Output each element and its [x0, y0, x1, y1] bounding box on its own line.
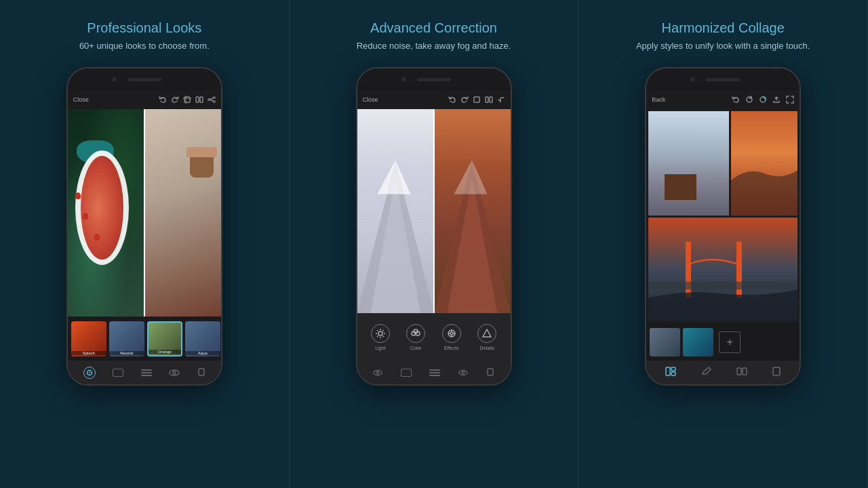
food-bg-right — [144, 109, 221, 317]
thumb-splash[interactable]: Splash — [71, 321, 106, 357]
svg-rect-56 — [737, 368, 741, 375]
add-photo-button[interactable]: + — [719, 331, 741, 353]
undo-icon[interactable] — [159, 96, 167, 104]
nav-looks-icon[interactable] — [83, 367, 96, 379]
effect-effects[interactable]: Effects — [442, 324, 461, 350]
nav-phone-icon[interactable] — [197, 367, 205, 379]
phone2-screen: Close — [357, 90, 511, 384]
collage-row-top — [648, 111, 797, 216]
redo-icon[interactable] — [171, 96, 179, 104]
svg-rect-13 — [474, 97, 479, 102]
eye-svg — [169, 369, 180, 376]
svg-marker-21 — [454, 160, 487, 194]
effect-color[interactable]: Color — [406, 324, 425, 350]
light-svg — [375, 328, 386, 339]
panel3-title: Harmonized Collage — [662, 20, 785, 36]
mountain-image — [357, 109, 511, 313]
svg-line-28 — [382, 336, 384, 337]
nav-adjust-icon[interactable] — [141, 369, 152, 376]
effects-svg — [446, 328, 457, 339]
effect-details[interactable]: Details — [477, 324, 496, 350]
crop-icon-2[interactable] — [473, 96, 481, 104]
undo-icon-2[interactable] — [448, 96, 456, 104]
coffee-cup — [190, 150, 214, 178]
svg-rect-12 — [199, 369, 204, 375]
svg-rect-53 — [666, 367, 670, 375]
slider-3 — [141, 375, 152, 376]
sunset-image — [731, 111, 798, 216]
nav-eye-icon[interactable] — [169, 367, 180, 379]
nav-edit-icon[interactable] — [701, 366, 712, 380]
split-image — [68, 109, 221, 317]
camera-dot-3 — [690, 77, 695, 82]
redo-icon-2[interactable] — [460, 96, 469, 104]
upload-icon[interactable] — [772, 96, 781, 104]
share-icon-2[interactable] — [497, 96, 505, 104]
color-svg — [410, 328, 421, 339]
cthumb-2[interactable] — [683, 328, 713, 357]
nav-phone-icon-2[interactable] — [486, 367, 494, 379]
phone1-top — [68, 68, 221, 90]
svg-rect-58 — [773, 367, 780, 375]
phone-nav-svg-3 — [772, 367, 781, 376]
slider-1 — [141, 369, 152, 371]
nav-compare-icon-3[interactable] — [736, 367, 747, 379]
effect-light[interactable]: Light — [371, 324, 390, 350]
camera-dot-2 — [401, 77, 406, 82]
light-icon — [371, 324, 390, 343]
svg-rect-0 — [184, 97, 190, 102]
cthumb-1[interactable] — [650, 328, 680, 357]
compare-icon-2[interactable] — [485, 96, 493, 104]
thumb-splash-label: Splash — [71, 351, 106, 355]
nav-eye-icon-3[interactable] — [458, 367, 468, 379]
svg-line-27 — [377, 330, 378, 331]
sunset-svg — [731, 111, 798, 216]
svg-point-6 — [213, 101, 215, 103]
svg-rect-52 — [648, 281, 797, 289]
nav-collage-icon[interactable] — [665, 367, 676, 379]
panel1-subtitle: 60+ unique looks to choose from. — [79, 40, 210, 52]
collage-cell-snow[interactable] — [648, 111, 728, 216]
nav-phone-icon-3[interactable] — [772, 367, 781, 379]
compare-icon[interactable] — [195, 96, 203, 104]
eye-svg-2 — [373, 369, 382, 376]
eye-svg-3 — [458, 369, 468, 376]
thumbnail-strip: Splash Neutral Orange Aqua — [68, 317, 221, 361]
nav-eye-icon-2[interactable] — [373, 367, 382, 379]
nav-adjust-icon-2[interactable] — [429, 369, 440, 376]
photo-left — [68, 109, 144, 317]
undo-icon-3[interactable] — [732, 96, 740, 104]
phone1: Close — [66, 67, 222, 386]
svg-marker-18 — [377, 160, 410, 194]
nav-crop-icon[interactable] — [113, 369, 123, 377]
panel1-title: Professional Looks — [87, 20, 201, 36]
svg-rect-57 — [743, 368, 747, 375]
speaker-3 — [706, 78, 740, 81]
thumb-neutral[interactable]: Neutral — [109, 321, 144, 357]
thumb-orange[interactable]: Orange — [147, 321, 182, 357]
expand-icon[interactable] — [786, 96, 794, 104]
close-label[interactable]: Close — [73, 96, 89, 103]
color-circle-icon[interactable] — [759, 96, 767, 104]
close-label-2[interactable]: Close — [363, 96, 378, 103]
refresh-icon[interactable] — [745, 96, 753, 104]
svg-point-35 — [450, 332, 453, 335]
thumb-aqua[interactable]: Aqua — [185, 321, 220, 357]
svg-rect-45 — [488, 369, 493, 375]
svg-marker-40 — [483, 329, 491, 337]
details-svg — [481, 328, 492, 339]
nav-crop-icon-2[interactable] — [401, 369, 412, 377]
svg-rect-14 — [486, 97, 488, 102]
phone2-bottom-nav — [357, 361, 511, 384]
panel2-subtitle: Reduce noise, take away fog and haze. — [357, 40, 511, 52]
collage-cell-sunset[interactable] — [731, 111, 798, 216]
panel2-title: Advanced Correction — [370, 20, 497, 36]
back-label[interactable]: Back — [652, 96, 665, 103]
split-photo-area — [68, 109, 221, 317]
phone-nav-svg — [197, 368, 205, 376]
share-icon[interactable] — [208, 96, 216, 104]
crop-icon[interactable] — [183, 96, 191, 104]
collage-cell-bridge[interactable] — [648, 218, 797, 322]
panel-harmonized-collage: Harmonized Collage Apply styles to unify… — [578, 0, 868, 488]
effect-light-label: Light — [375, 346, 385, 350]
